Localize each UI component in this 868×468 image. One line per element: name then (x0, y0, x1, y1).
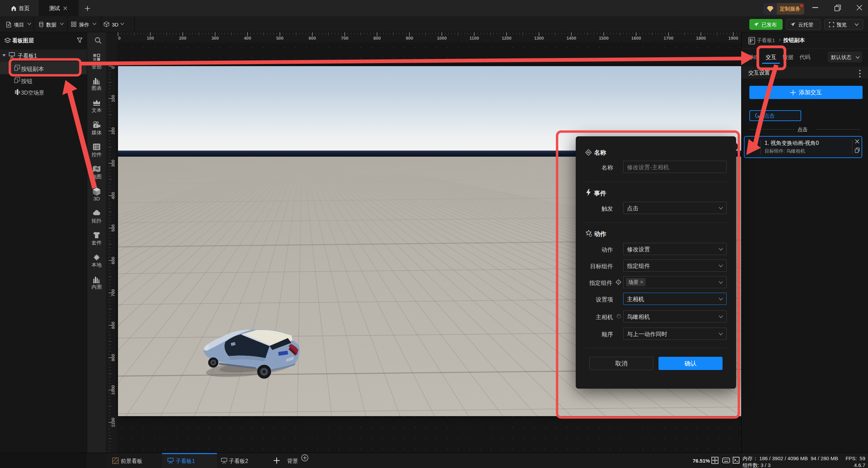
svg-text:1200: 1200 (502, 36, 512, 41)
svg-text:400: 400 (244, 36, 251, 41)
svg-text:600: 600 (111, 257, 116, 264)
svg-text:500: 500 (111, 225, 116, 232)
svg-text:1500: 1500 (599, 36, 609, 41)
svg-text:0: 0 (111, 66, 116, 69)
svg-text:500: 500 (276, 36, 284, 41)
svg-text:100: 100 (147, 36, 154, 41)
svg-text:200: 200 (179, 36, 186, 41)
svg-text:1000: 1000 (437, 36, 447, 41)
svg-text:1300: 1300 (534, 36, 544, 41)
svg-text:700: 700 (111, 289, 116, 297)
svg-text:1100: 1100 (111, 417, 116, 427)
svg-text:1100: 1100 (469, 36, 479, 41)
svg-text:200: 200 (111, 127, 116, 135)
svg-text:1900: 1900 (728, 36, 738, 41)
svg-text:400: 400 (111, 192, 116, 199)
svg-text:800: 800 (111, 321, 116, 329)
svg-text:600: 600 (309, 36, 316, 41)
svg-text:1400: 1400 (567, 36, 576, 41)
svg-text:700: 700 (341, 36, 349, 41)
svg-text:1600: 1600 (631, 36, 641, 41)
svg-text:900: 900 (111, 354, 116, 362)
svg-text:900: 900 (406, 36, 413, 41)
svg-text:0: 0 (118, 36, 120, 41)
svg-text:1000: 1000 (111, 385, 116, 395)
svg-text:800: 800 (373, 36, 381, 41)
svg-text:300: 300 (212, 36, 219, 41)
svg-text:1800: 1800 (696, 36, 706, 41)
svg-text:300: 300 (111, 160, 116, 167)
svg-text:100: 100 (111, 95, 116, 102)
svg-text:1700: 1700 (664, 36, 673, 41)
